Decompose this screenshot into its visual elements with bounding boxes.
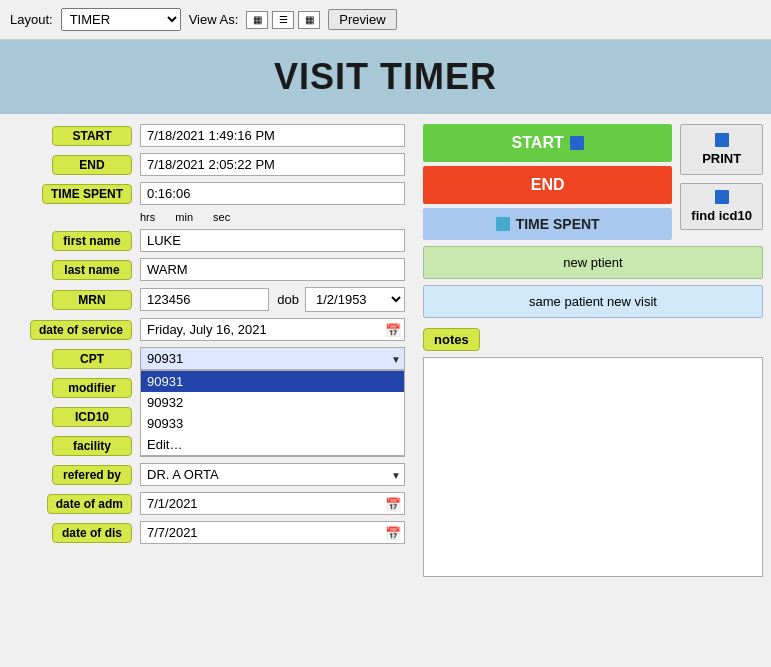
- dob-select[interactable]: 1/2/1953: [305, 287, 405, 312]
- page-title: VISIT TIMER: [0, 56, 771, 98]
- cpt-option-edit[interactable]: Edit…: [141, 434, 404, 455]
- view-icon-grid[interactable]: ▦: [246, 11, 268, 29]
- cpt-option-90933[interactable]: 90933: [141, 413, 404, 434]
- notes-row: notes: [423, 328, 763, 351]
- first-name-row: first name: [10, 229, 405, 252]
- time-spent-row: TIME SPENT: [10, 182, 405, 205]
- print-button[interactable]: PRINT: [680, 124, 763, 175]
- timer-buttons: START END TIME SPENT: [423, 124, 672, 240]
- cpt-row: CPT ▼ 90931 90932 90933 Edit…: [10, 347, 405, 370]
- referred-by-row: refered by DR. A ORTA ▼: [10, 463, 405, 486]
- date-of-service-row: date of service 📅: [10, 318, 405, 341]
- icd10-label[interactable]: ICD10: [52, 407, 132, 427]
- end-label[interactable]: END: [52, 155, 132, 175]
- modifier-label-wrap: modifier: [10, 378, 140, 398]
- start-input[interactable]: [140, 124, 405, 147]
- mrn-label[interactable]: MRN: [52, 290, 132, 310]
- first-name-input[interactable]: [140, 229, 405, 252]
- time-spent-cyan-square: [496, 217, 510, 231]
- time-spent-label-wrap: TIME SPENT: [10, 184, 140, 204]
- end-button[interactable]: END: [423, 166, 672, 204]
- referred-by-label[interactable]: refered by: [52, 465, 132, 485]
- date-adm-label[interactable]: date of adm: [47, 494, 132, 514]
- print-label: PRINT: [702, 151, 741, 166]
- cpt-options: 90931 90932 90933 Edit…: [140, 370, 405, 456]
- view-icon-list[interactable]: ☰: [272, 11, 294, 29]
- page-header: VISIT TIMER: [0, 40, 771, 114]
- facility-label[interactable]: facility: [52, 436, 132, 456]
- modifier-label[interactable]: modifier: [52, 378, 132, 398]
- new-patient-button[interactable]: new ptient: [423, 246, 763, 279]
- notes-textarea[interactable]: [423, 357, 763, 577]
- cpt-label-wrap: CPT: [10, 349, 140, 369]
- time-spent-label[interactable]: TIME SPENT: [42, 184, 132, 204]
- layout-label: Layout:: [10, 12, 53, 27]
- sec-label: sec: [213, 211, 230, 223]
- first-name-label-wrap: first name: [10, 231, 140, 251]
- cpt-dropdown[interactable]: ▼ 90931 90932 90933 Edit…: [140, 347, 405, 370]
- right-panel: START END TIME SPENT PRINT: [415, 124, 771, 577]
- referred-by-select[interactable]: DR. A ORTA: [140, 463, 405, 486]
- min-label: min: [175, 211, 193, 223]
- left-panel: START END TIME SPENT hrs min sec: [0, 124, 415, 577]
- last-name-label-wrap: last name: [10, 260, 140, 280]
- facility-label-wrap: facility: [10, 436, 140, 456]
- start-button[interactable]: START: [423, 124, 672, 162]
- end-input[interactable]: [140, 153, 405, 176]
- view-icons: ▦ ☰ ▦: [246, 11, 320, 29]
- end-row: END: [10, 153, 405, 176]
- date-of-service-wrap: 📅: [140, 318, 405, 341]
- view-icon-table[interactable]: ▦: [298, 11, 320, 29]
- referred-wrap: DR. A ORTA ▼: [140, 463, 405, 486]
- preview-button[interactable]: Preview: [328, 9, 396, 30]
- find-icd10-label: find icd10: [691, 208, 752, 223]
- dob-label: dob: [277, 292, 299, 307]
- view-as-label: View As:: [189, 12, 239, 27]
- referred-by-label-wrap: refered by: [10, 465, 140, 485]
- cpt-option-90931[interactable]: 90931: [141, 371, 404, 392]
- start-button-label: START: [512, 134, 564, 152]
- mrn-dob-row: MRN dob 1/2/1953: [10, 287, 405, 312]
- notes-button[interactable]: notes: [423, 328, 480, 351]
- find-icd-blue-square: [715, 190, 729, 204]
- start-row: START: [10, 124, 405, 147]
- main-content: START END TIME SPENT hrs min sec: [0, 114, 771, 587]
- cpt-input[interactable]: [140, 347, 405, 370]
- date-of-service-label-wrap: date of service: [10, 320, 140, 340]
- last-name-label[interactable]: last name: [52, 260, 132, 280]
- time-spent-input[interactable]: [140, 182, 405, 205]
- first-name-label[interactable]: first name: [52, 231, 132, 251]
- date-adm-input[interactable]: [140, 492, 405, 515]
- date-dis-label[interactable]: date of dis: [52, 523, 132, 543]
- end-button-label: END: [531, 176, 565, 194]
- date-of-service-input[interactable]: [140, 318, 405, 341]
- cpt-label[interactable]: CPT: [52, 349, 132, 369]
- time-spent-button[interactable]: TIME SPENT: [423, 208, 672, 240]
- time-units-row: hrs min sec: [140, 211, 405, 223]
- end-label-wrap: END: [10, 155, 140, 175]
- same-patient-button[interactable]: same patient new visit: [423, 285, 763, 318]
- last-name-input[interactable]: [140, 258, 405, 281]
- find-icd10-button[interactable]: find icd10: [680, 183, 763, 230]
- start-label-wrap: START: [10, 126, 140, 146]
- date-dis-row: date of dis 📅: [10, 521, 405, 544]
- date-dis-label-wrap: date of dis: [10, 523, 140, 543]
- top-bar: Layout: TIMER View As: ▦ ☰ ▦ Preview: [0, 0, 771, 40]
- start-label[interactable]: START: [52, 126, 132, 146]
- layout-select[interactable]: TIMER: [61, 8, 181, 31]
- print-blue-square: [715, 133, 729, 147]
- date-adm-wrap: 📅: [140, 492, 405, 515]
- right-top: START END TIME SPENT PRINT: [423, 124, 763, 240]
- last-name-row: last name: [10, 258, 405, 281]
- date-dis-wrap: 📅: [140, 521, 405, 544]
- icd10-label-wrap: ICD10: [10, 407, 140, 427]
- side-buttons: PRINT find icd10: [680, 124, 763, 240]
- date-adm-row: date of adm 📅: [10, 492, 405, 515]
- mrn-input[interactable]: [140, 288, 269, 311]
- date-of-service-label[interactable]: date of service: [30, 320, 132, 340]
- date-dis-input[interactable]: [140, 521, 405, 544]
- patient-action-buttons: new ptient same patient new visit: [423, 246, 763, 318]
- time-spent-button-label: TIME SPENT: [516, 216, 600, 232]
- hrs-label: hrs: [140, 211, 155, 223]
- cpt-option-90932[interactable]: 90932: [141, 392, 404, 413]
